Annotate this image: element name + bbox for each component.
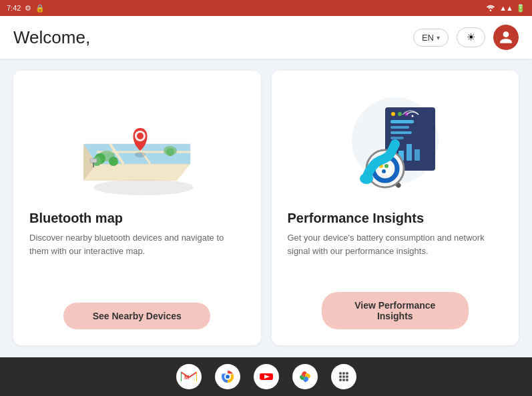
settings-icon: ⚙ <box>25 4 31 13</box>
performance-insights-desc: Get your device's battery consumption an… <box>288 231 503 279</box>
status-bar-left: 7:42 ⚙ 🔒 <box>7 4 45 13</box>
performance-insights-card: Performance Insights Get your device's b… <box>272 71 519 345</box>
theme-toggle-button[interactable]: ☀ <box>457 27 485 47</box>
svg-point-69 <box>346 379 348 381</box>
performance-svg <box>332 91 459 197</box>
svg-point-62 <box>342 372 345 375</box>
main-content: Bluetooth map Discover nearby bluetooth … <box>0 59 532 357</box>
svg-point-65 <box>342 375 345 378</box>
svg-point-68 <box>342 379 345 381</box>
svg-rect-29 <box>390 120 414 123</box>
svg-point-45 <box>382 169 386 173</box>
apps-grid-icon[interactable] <box>331 364 356 389</box>
svg-marker-2 <box>83 164 190 181</box>
view-performance-insights-button[interactable]: View Performance Insights <box>322 292 469 329</box>
photos-app-icon[interactable] <box>292 364 318 389</box>
svg-point-0 <box>490 9 492 11</box>
bottom-bar: M <box>0 357 532 396</box>
svg-point-28 <box>411 115 413 117</box>
avatar[interactable] <box>493 25 519 50</box>
svg-point-16 <box>166 148 174 156</box>
svg-point-19 <box>135 152 146 157</box>
language-label: EN <box>422 33 434 43</box>
status-time: 7:42 <box>7 4 21 12</box>
bluetooth-map-illustration <box>29 84 245 204</box>
svg-point-63 <box>346 372 348 375</box>
svg-rect-18 <box>90 159 97 163</box>
see-nearby-devices-button[interactable]: See Nearby Devices <box>63 303 210 329</box>
lock-icon: 🔒 <box>35 4 45 13</box>
chevron-down-icon: ▾ <box>437 34 440 41</box>
svg-point-22 <box>137 133 144 139</box>
map-svg <box>73 91 200 197</box>
youtube-app-icon[interactable] <box>254 364 279 389</box>
header: Welcome, EN ▾ ☀ <box>0 16 532 59</box>
battery-icon: 🔋 <box>516 4 525 13</box>
bluetooth-map-title: Bluetooth map <box>29 211 123 226</box>
svg-point-61 <box>339 372 342 375</box>
svg-rect-36 <box>415 149 420 161</box>
svg-point-46 <box>360 173 373 184</box>
status-bar: 7:42 ⚙ 🔒 ▲▲ 🔋 <box>0 0 532 16</box>
svg-rect-35 <box>407 144 412 161</box>
svg-text:M: M <box>184 374 190 381</box>
page-title: Welcome, <box>13 27 90 48</box>
user-icon <box>499 30 513 45</box>
sun-icon: ☀ <box>467 31 475 43</box>
svg-point-14 <box>109 157 118 166</box>
signal-icon: ▲▲ <box>499 4 513 12</box>
chrome-app-icon[interactable] <box>215 364 240 389</box>
status-bar-right: ▲▲ 🔋 <box>485 2 525 14</box>
gmail-app-icon[interactable]: M <box>176 364 202 389</box>
svg-point-66 <box>346 375 348 378</box>
language-button[interactable]: EN ▾ <box>413 29 449 47</box>
svg-rect-32 <box>390 137 404 139</box>
svg-point-1 <box>93 179 194 195</box>
svg-rect-30 <box>390 126 409 129</box>
wifi-icon <box>485 2 496 14</box>
bluetooth-map-desc: Discover nearby bluetooth devices and na… <box>29 231 245 289</box>
bluetooth-map-card: Bluetooth map Discover nearby bluetooth … <box>13 71 261 345</box>
svg-point-67 <box>339 379 342 381</box>
performance-insights-title: Performance Insights <box>288 211 425 226</box>
svg-point-55 <box>226 375 229 378</box>
svg-rect-31 <box>390 131 412 134</box>
svg-point-26 <box>398 112 402 116</box>
performance-insights-illustration <box>288 84 503 204</box>
svg-point-64 <box>339 375 342 378</box>
svg-point-25 <box>391 112 395 116</box>
header-actions: EN ▾ ☀ <box>413 25 519 50</box>
svg-point-44 <box>384 164 388 168</box>
